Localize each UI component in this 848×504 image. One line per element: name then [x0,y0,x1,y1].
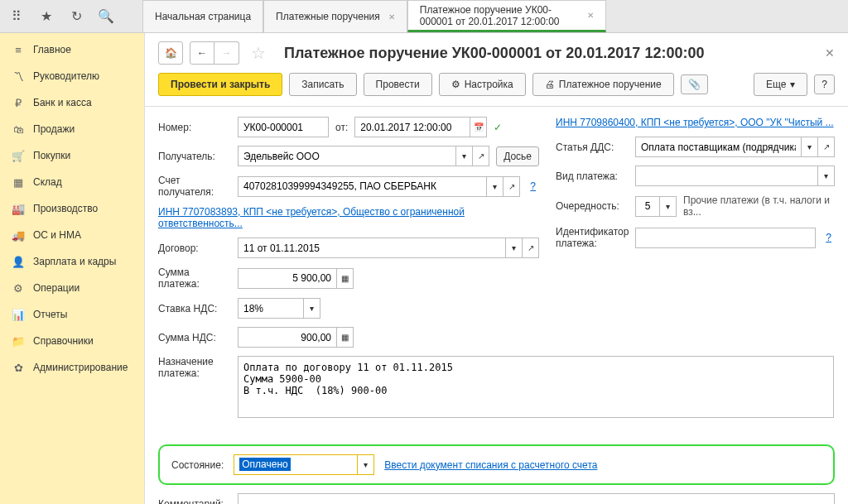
print-icon: 🖨 [545,79,555,90]
close-icon[interactable]: ✕ [587,11,594,20]
close-icon[interactable]: ✕ [388,12,395,22]
sidebar-label: Банк и касса [33,97,92,108]
dropdown-icon[interactable]: ▾ [487,176,504,197]
chevron-down-icon: ▾ [790,79,795,90]
identifier-input[interactable] [635,228,816,248]
calc-icon[interactable]: ▦ [337,268,354,289]
folder-icon: 📁 [12,334,25,348]
contract-input[interactable] [238,238,506,258]
dossier-button[interactable]: Досье [496,146,539,166]
date-label: от: [335,122,348,133]
open-icon[interactable]: ↗ [523,238,539,258]
recipient-link[interactable]: ИНН 7707083893, КПП <не требуется>, Обще… [158,206,539,229]
dropdown-icon[interactable]: ▾ [818,166,835,186]
form-area: Номер: от: 📅 ✓ Получатель: ▾ [145,107,848,436]
recipient-label: Получатель: [158,151,231,162]
chart-icon: 〽 [12,70,25,83]
sidebar: ≡Главное 〽Руководителю ₽Банк и касса 🛍Пр… [0,33,145,504]
star-icon[interactable]: ★ [36,7,56,26]
menu-icon: ≡ [12,43,25,56]
priority-input[interactable] [635,196,660,217]
date-input[interactable] [354,117,470,137]
vat-sum-input[interactable] [238,327,337,348]
help-icon[interactable]: ? [822,232,835,243]
dropdown-icon[interactable]: ▾ [802,137,818,157]
gear-icon: ⚙ [12,281,25,295]
number-label: Номер: [158,122,231,133]
dropdown-icon[interactable]: ▾ [304,298,320,319]
number-input[interactable] [238,117,329,137]
sidebar-item-salary[interactable]: 👤Зарплата и кадры [0,248,144,275]
person-icon: 👤 [12,255,25,268]
comment-input[interactable] [238,493,835,504]
open-icon[interactable]: ↗ [473,146,489,166]
attachments-button[interactable]: 📎 [681,74,708,94]
sidebar-item-warehouse[interactable]: ▦Склад [0,169,144,195]
home-button[interactable]: 🏠 [158,41,183,65]
identifier-label: Идентификатор платежа: [556,226,629,249]
account-label: Счет получателя: [158,175,231,198]
contract-label: Договор: [158,242,231,254]
favorite-button[interactable]: ☆ [246,41,271,65]
sidebar-label: Администрирование [33,362,128,373]
search-icon[interactable]: 🔍 [96,7,116,26]
sidebar-item-catalogs[interactable]: 📁Справочники [0,328,144,354]
close-icon[interactable]: ✕ [825,46,835,60]
sum-input[interactable] [238,268,337,289]
forward-button[interactable]: → [214,41,239,65]
history-icon[interactable]: ↻ [66,7,86,26]
vat-rate-input[interactable] [238,298,304,319]
dds-input[interactable] [635,137,802,157]
sidebar-item-assets[interactable]: 🚚ОС и НМА [0,222,144,248]
payment-order-button[interactable]: 🖨Платежное поручение [532,73,674,96]
more-button[interactable]: Еще ▾ [754,73,807,96]
sidebar-item-sales[interactable]: 🛍Продажи [0,116,144,142]
sidebar-item-manager[interactable]: 〽Руководителю [0,63,144,89]
dds-label: Статья ДДС: [556,142,629,153]
payer-link[interactable]: ИНН 7709860400, КПП <не требуется>, ООО … [556,117,834,128]
payment-type-input[interactable] [635,166,818,186]
sidebar-item-operations[interactable]: ⚙Операции [0,275,144,301]
purpose-textarea[interactable] [238,356,834,418]
sidebar-label: Зарплата и кадры [33,256,116,267]
recipient-input[interactable] [238,146,456,166]
help-icon[interactable]: ? [527,180,539,192]
tabs-row: Начальная страница Платежные поручения ✕… [142,0,606,32]
dropdown-icon[interactable]: ▾ [506,238,523,258]
payment-type-label: Вид платежа: [556,170,629,182]
sidebar-item-reports[interactable]: 📊Отчеты [0,301,144,328]
dropdown-icon[interactable]: ▾ [456,146,473,166]
sidebar-label: Отчеты [33,309,67,320]
post-and-close-button[interactable]: Провести и закрыть [158,73,282,96]
priority-note: Прочие платежи (в т.ч. налоги и вз... [683,194,835,218]
tab-payments[interactable]: Платежные поручения ✕ [263,0,407,32]
report-icon: 📊 [12,308,25,321]
apps-icon[interactable]: ⠿ [7,7,26,26]
purpose-label: Назначение платежа: [158,356,231,379]
sidebar-label: Справочники [33,335,94,347]
sidebar-item-production[interactable]: 🏭Производство [0,195,144,222]
calendar-icon[interactable]: 📅 [470,117,487,137]
open-icon[interactable]: ↗ [818,137,835,157]
sum-label: Сумма платежа: [158,266,231,290]
sidebar-item-bank[interactable]: ₽Банк и касса [0,89,144,116]
status-label: Состояние: [171,459,224,471]
open-icon[interactable]: ↗ [504,176,520,197]
tab-home[interactable]: Начальная страница [142,0,263,32]
write-button[interactable]: Записать [289,73,356,96]
tab-payment-order[interactable]: Платежное поручение УК00-000001 от 20.01… [407,0,606,32]
sidebar-item-purchases[interactable]: 🛒Покупки [0,142,144,169]
post-button[interactable]: Провести [364,73,432,96]
sidebar-label: ОС и НМА [33,229,81,241]
dropdown-icon[interactable]: ▾ [660,196,677,217]
status-link[interactable]: Ввести документ списания с расчетного сч… [384,459,597,471]
status-select[interactable]: Оплачено [234,454,358,475]
dropdown-icon[interactable]: ▾ [358,454,374,475]
back-button[interactable]: ← [190,41,214,65]
sidebar-item-main[interactable]: ≡Главное [0,36,144,63]
settings-button[interactable]: ⚙Настройка [439,73,526,96]
sidebar-item-admin[interactable]: ✿Администрирование [0,354,144,381]
calc-icon[interactable]: ▦ [337,327,354,348]
account-input[interactable] [238,176,487,197]
help-button[interactable]: ? [814,74,835,94]
